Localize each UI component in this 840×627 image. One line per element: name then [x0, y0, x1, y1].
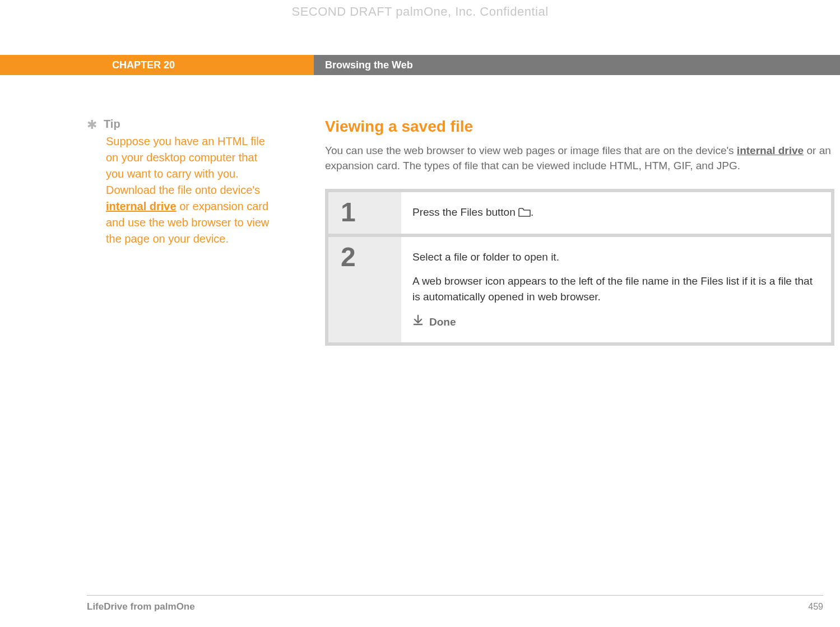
step2-line1: Select a file or folder to open it. [412, 249, 815, 265]
internal-drive-link-body[interactable]: internal drive [737, 145, 804, 156]
step-body: Press the Files button . [401, 192, 831, 234]
intro-paragraph: You can use the web browser to view web … [325, 143, 834, 173]
steps-container: 1 Press the Files button . 2 Select a fi… [325, 189, 834, 346]
chapter-label: CHAPTER 20 [0, 55, 314, 75]
internal-drive-link[interactable]: internal drive [106, 200, 177, 212]
tip-body: Suppose you have an HTML file on your de… [106, 133, 275, 247]
main-content: Viewing a saved file You can use the web… [314, 118, 840, 346]
step1-text-pre: Press the Files button [412, 206, 518, 218]
step-row: 2 Select a file or folder to open it. A … [328, 237, 831, 342]
done-label: Done [429, 314, 456, 330]
step-body: Select a file or folder to open it. A we… [401, 237, 831, 342]
watermark-text: SECOND DRAFT palmOne, Inc. Confidential [0, 4, 840, 19]
folder-icon [518, 206, 531, 221]
done-indicator: Done [412, 314, 815, 330]
step-number: 2 [328, 237, 401, 342]
tip-sidebar: ✱ Tip Suppose you have an HTML file on y… [0, 118, 314, 346]
chapter-header: CHAPTER 20 Browsing the Web [0, 55, 840, 75]
step2-line2: A web browser icon appears to the left o… [412, 273, 815, 304]
arrow-down-icon [412, 314, 424, 330]
footer-page-number: 459 [808, 602, 823, 612]
page-content: ✱ Tip Suppose you have an HTML file on y… [0, 118, 840, 346]
footer-product: LifeDrive from palmOne [87, 601, 195, 612]
tip-text-1: Suppose you have an HTML file on your de… [106, 135, 265, 196]
step1-text-post: . [531, 206, 533, 218]
step-row: 1 Press the Files button . [328, 192, 831, 234]
page-footer: LifeDrive from palmOne 459 [87, 595, 823, 612]
section-title: Viewing a saved file [325, 118, 834, 136]
asterisk-icon: ✱ [87, 119, 97, 131]
chapter-title: Browsing the Web [314, 55, 840, 75]
tip-label: Tip [104, 118, 120, 131]
step-number: 1 [328, 192, 401, 234]
intro-text-1: You can use the web browser to view web … [325, 145, 737, 156]
